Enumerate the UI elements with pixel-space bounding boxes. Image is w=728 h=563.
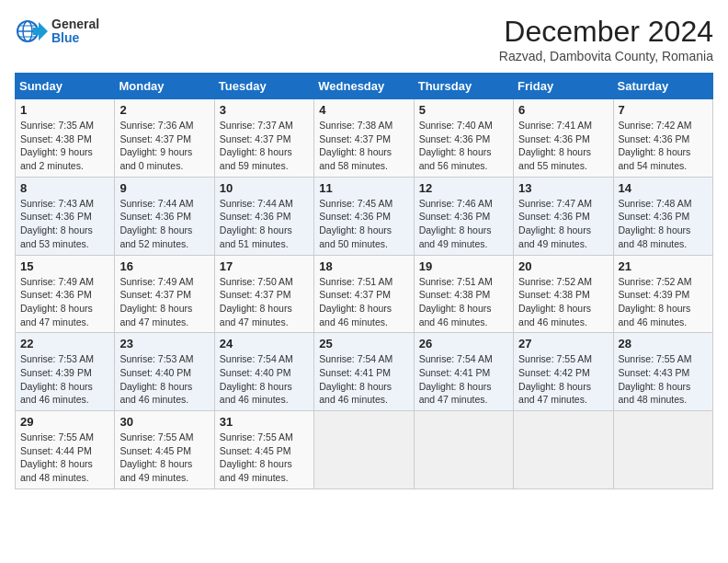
day-info: Sunrise: 7:49 AMSunset: 4:37 PMDaylight:…	[119, 276, 193, 327]
calendar-cell: 20 Sunrise: 7:52 AMSunset: 4:38 PMDaylig…	[514, 255, 613, 333]
calendar-cell: 21 Sunrise: 7:52 AMSunset: 4:39 PMDaylig…	[613, 255, 712, 333]
calendar-cell: 22 Sunrise: 7:53 AMSunset: 4:39 PMDaylig…	[16, 333, 115, 411]
day-info: Sunrise: 7:52 AMSunset: 4:38 PMDaylight:…	[518, 276, 592, 327]
calendar-cell: 4 Sunrise: 7:38 AMSunset: 4:37 PMDayligh…	[314, 99, 414, 178]
column-header-tuesday: Tuesday	[214, 74, 313, 99]
calendar-cell: 13 Sunrise: 7:47 AMSunset: 4:36 PMDaylig…	[514, 177, 613, 255]
day-info: Sunrise: 7:41 AMSunset: 4:36 PMDaylight:…	[518, 120, 592, 171]
calendar-cell: 3 Sunrise: 7:37 AMSunset: 4:37 PMDayligh…	[214, 99, 313, 178]
calendar-cell: 8 Sunrise: 7:43 AMSunset: 4:36 PMDayligh…	[16, 177, 115, 255]
day-number: 29	[20, 415, 109, 429]
title-area: December 2024 Razvad, Dambovita County, …	[499, 15, 713, 63]
calendar-cell: 28 Sunrise: 7:55 AMSunset: 4:43 PMDaylig…	[613, 333, 712, 411]
calendar-cell: 23 Sunrise: 7:53 AMSunset: 4:40 PMDaylig…	[115, 333, 214, 411]
day-number: 18	[319, 259, 408, 273]
day-number: 17	[220, 259, 309, 273]
day-info: Sunrise: 7:55 AMSunset: 4:45 PMDaylight:…	[220, 431, 293, 483]
calendar-table: SundayMondayTuesdayWednesdayThursdayFrid…	[15, 73, 713, 489]
column-header-saturday: Saturday	[613, 74, 712, 99]
day-info: Sunrise: 7:46 AMSunset: 4:36 PMDaylight:…	[419, 198, 493, 249]
day-info: Sunrise: 7:53 AMSunset: 4:40 PMDaylight:…	[119, 353, 193, 405]
day-number: 15	[20, 259, 109, 273]
day-info: Sunrise: 7:43 AMSunset: 4:36 PMDaylight:…	[20, 198, 94, 249]
day-number: 25	[319, 337, 408, 350]
logo-general: General	[51, 17, 99, 31]
calendar-cell	[414, 411, 513, 489]
logo-blue: Blue	[51, 31, 99, 45]
day-number: 8	[20, 181, 109, 195]
day-number: 3	[220, 103, 309, 117]
calendar-cell: 24 Sunrise: 7:54 AMSunset: 4:40 PMDaylig…	[214, 333, 313, 411]
day-number: 26	[419, 337, 508, 350]
day-info: Sunrise: 7:54 AMSunset: 4:41 PMDaylight:…	[419, 353, 493, 405]
day-info: Sunrise: 7:51 AMSunset: 4:38 PMDaylight:…	[419, 276, 493, 327]
day-number: 19	[419, 259, 508, 273]
day-number: 21	[619, 259, 708, 273]
calendar-body: 1 Sunrise: 7:35 AMSunset: 4:38 PMDayligh…	[16, 99, 713, 489]
day-info: Sunrise: 7:55 AMSunset: 4:44 PMDaylight:…	[20, 431, 94, 483]
calendar-week-row: 22 Sunrise: 7:53 AMSunset: 4:39 PMDaylig…	[16, 333, 713, 411]
calendar-cell: 26 Sunrise: 7:54 AMSunset: 4:41 PMDaylig…	[414, 333, 513, 411]
calendar-cell: 17 Sunrise: 7:50 AMSunset: 4:37 PMDaylig…	[214, 255, 313, 333]
day-info: Sunrise: 7:42 AMSunset: 4:36 PMDaylight:…	[619, 120, 692, 171]
day-number: 30	[119, 415, 209, 429]
day-number: 14	[619, 181, 708, 195]
column-header-monday: Monday	[115, 74, 214, 99]
day-info: Sunrise: 7:55 AMSunset: 4:45 PMDaylight:…	[119, 431, 193, 483]
logo-icon	[15, 15, 48, 48]
day-number: 20	[518, 259, 608, 273]
calendar-week-row: 15 Sunrise: 7:49 AMSunset: 4:36 PMDaylig…	[16, 255, 713, 333]
day-number: 11	[319, 181, 408, 195]
day-info: Sunrise: 7:35 AMSunset: 4:38 PMDaylight:…	[20, 120, 94, 171]
calendar-header-row: SundayMondayTuesdayWednesdayThursdayFrid…	[16, 74, 713, 99]
day-number: 10	[220, 181, 309, 195]
calendar-cell: 25 Sunrise: 7:54 AMSunset: 4:41 PMDaylig…	[314, 333, 414, 411]
calendar-cell: 7 Sunrise: 7:42 AMSunset: 4:36 PMDayligh…	[613, 99, 712, 178]
calendar-cell: 10 Sunrise: 7:44 AMSunset: 4:36 PMDaylig…	[214, 177, 313, 255]
day-info: Sunrise: 7:40 AMSunset: 4:36 PMDaylight:…	[419, 120, 493, 171]
calendar-cell: 5 Sunrise: 7:40 AMSunset: 4:36 PMDayligh…	[414, 99, 513, 178]
calendar-cell	[613, 411, 712, 489]
day-number: 28	[619, 337, 708, 350]
day-info: Sunrise: 7:45 AMSunset: 4:36 PMDaylight:…	[319, 198, 392, 249]
day-number: 12	[419, 181, 508, 195]
day-info: Sunrise: 7:38 AMSunset: 4:37 PMDaylight:…	[319, 120, 392, 171]
day-info: Sunrise: 7:44 AMSunset: 4:36 PMDaylight:…	[119, 198, 193, 249]
logo: General Blue	[15, 15, 99, 48]
calendar-cell: 19 Sunrise: 7:51 AMSunset: 4:38 PMDaylig…	[414, 255, 513, 333]
calendar-subtitle: Razvad, Dambovita County, Romania	[499, 49, 713, 63]
page-header: General Blue December 2024 Razvad, Dambo…	[15, 15, 713, 63]
day-number: 16	[119, 259, 209, 273]
calendar-week-row: 8 Sunrise: 7:43 AMSunset: 4:36 PMDayligh…	[16, 177, 713, 255]
calendar-cell: 12 Sunrise: 7:46 AMSunset: 4:36 PMDaylig…	[414, 177, 513, 255]
day-info: Sunrise: 7:55 AMSunset: 4:42 PMDaylight:…	[518, 353, 592, 405]
day-number: 13	[518, 181, 608, 195]
day-info: Sunrise: 7:53 AMSunset: 4:39 PMDaylight:…	[20, 353, 94, 405]
day-info: Sunrise: 7:36 AMSunset: 4:37 PMDaylight:…	[119, 120, 193, 171]
calendar-cell: 16 Sunrise: 7:49 AMSunset: 4:37 PMDaylig…	[115, 255, 214, 333]
day-number: 22	[20, 337, 109, 350]
day-info: Sunrise: 7:44 AMSunset: 4:36 PMDaylight:…	[220, 198, 293, 249]
calendar-cell: 31 Sunrise: 7:55 AMSunset: 4:45 PMDaylig…	[214, 411, 313, 489]
calendar-cell	[314, 411, 414, 489]
day-info: Sunrise: 7:47 AMSunset: 4:36 PMDaylight:…	[518, 198, 592, 249]
day-number: 6	[518, 103, 608, 117]
calendar-week-row: 29 Sunrise: 7:55 AMSunset: 4:44 PMDaylig…	[16, 411, 713, 489]
day-info: Sunrise: 7:55 AMSunset: 4:43 PMDaylight:…	[619, 353, 692, 405]
day-info: Sunrise: 7:52 AMSunset: 4:39 PMDaylight:…	[619, 276, 692, 327]
calendar-cell: 6 Sunrise: 7:41 AMSunset: 4:36 PMDayligh…	[514, 99, 613, 178]
day-info: Sunrise: 7:54 AMSunset: 4:41 PMDaylight:…	[319, 353, 392, 405]
calendar-cell: 27 Sunrise: 7:55 AMSunset: 4:42 PMDaylig…	[514, 333, 613, 411]
column-header-thursday: Thursday	[414, 74, 513, 99]
calendar-cell	[514, 411, 613, 489]
day-info: Sunrise: 7:50 AMSunset: 4:37 PMDaylight:…	[220, 276, 293, 327]
day-number: 31	[220, 415, 309, 429]
calendar-cell: 11 Sunrise: 7:45 AMSunset: 4:36 PMDaylig…	[314, 177, 414, 255]
calendar-cell: 9 Sunrise: 7:44 AMSunset: 4:36 PMDayligh…	[115, 177, 214, 255]
column-header-sunday: Sunday	[16, 74, 115, 99]
day-info: Sunrise: 7:49 AMSunset: 4:36 PMDaylight:…	[20, 276, 94, 327]
day-number: 27	[518, 337, 608, 350]
day-number: 9	[119, 181, 209, 195]
calendar-cell: 29 Sunrise: 7:55 AMSunset: 4:44 PMDaylig…	[16, 411, 115, 489]
calendar-cell: 30 Sunrise: 7:55 AMSunset: 4:45 PMDaylig…	[115, 411, 214, 489]
